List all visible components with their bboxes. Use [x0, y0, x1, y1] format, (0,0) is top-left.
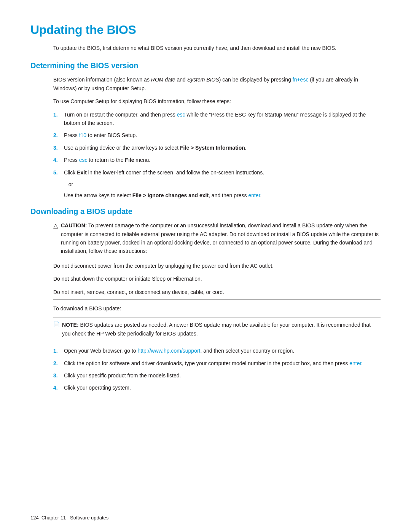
section1-content: BIOS version information (also known as …: [53, 75, 381, 200]
note-text: NOTE: BIOS updates are posted as needed.…: [62, 321, 381, 338]
para1-end: ) can be displayed by pressing: [219, 77, 293, 83]
caution-icon: △: [53, 222, 58, 229]
download-step-4: 4. Click your operating system.: [53, 383, 381, 392]
or-use-text: Use the arrow keys to select File > Igno…: [64, 191, 381, 200]
note-icon: 📄: [53, 321, 60, 327]
download-step-4-content: Click your operating system.: [64, 383, 381, 392]
download-step-2-content: Click the option for software and driver…: [64, 359, 381, 367]
para1-italic2: System BIOS: [187, 77, 219, 83]
esc-link-step4: esc: [79, 157, 88, 163]
section1-steps: 1. Turn on or restart the computer, and …: [53, 110, 381, 177]
download-step-3: 3. Click your specific product from the …: [53, 371, 381, 380]
step-2-num: 2.: [53, 131, 64, 139]
intro-text: To update the BIOS, first determine what…: [53, 45, 336, 51]
step-1: 1. Turn on or restart the computer, and …: [53, 110, 381, 128]
or-divider: – or –: [64, 181, 381, 187]
esc-link-step1: esc: [177, 112, 185, 118]
para-insert: Do not insert, remove, connect, or disco…: [53, 288, 381, 300]
para1-mid: and: [175, 77, 187, 83]
download-step-3-content: Click your specific product from the mod…: [64, 371, 381, 380]
para1-italic1: ROM date: [151, 77, 175, 83]
file-ignore-bold: File > Ignore changes and exit: [132, 192, 209, 198]
step-5: 5. Click Exit in the lower-left corner o…: [53, 168, 381, 177]
download-step-2-num: 2.: [53, 359, 64, 367]
file-system-info-bold: File > System Information: [180, 145, 245, 151]
download-step-4-num: 4.: [53, 383, 64, 392]
page-footer: 124 Chapter 11 Software updates: [30, 515, 108, 521]
step-1-content: Turn on or restart the computer, and the…: [64, 110, 381, 128]
exit-bold: Exit: [77, 169, 87, 176]
step-3-content: Use a pointing device or the arrow keys …: [64, 144, 381, 152]
step-3: 3. Use a pointing device or the arrow ke…: [53, 144, 381, 152]
intro-paragraph: To update the BIOS, first determine what…: [53, 44, 381, 52]
step-5-num: 5.: [53, 168, 64, 177]
section2-title: Downloading a BIOS update: [30, 207, 381, 216]
caution-body: To prevent damage to the computer or an …: [61, 222, 379, 254]
step-3-num: 3.: [53, 144, 64, 152]
footer-chapter: Chapter 11: [41, 515, 66, 521]
file-bold-step4: File: [125, 157, 134, 163]
step-4-content: Press esc to return to the File menu.: [64, 156, 381, 164]
section1-title: Determining the BIOS version: [30, 61, 381, 70]
step-1-num: 1.: [53, 110, 64, 128]
download-step-3-num: 3.: [53, 371, 64, 380]
para1-start: BIOS version information (also known as: [53, 77, 151, 83]
caution-label: CAUTION:: [61, 222, 87, 228]
page-container: Updating the BIOS To update the BIOS, fi…: [0, 0, 411, 427]
section1-para2: To use Computer Setup for displaying BIO…: [53, 97, 381, 105]
para-shutdown: Do not shut down the computer or initiat…: [53, 275, 381, 283]
download-step-1-num: 1.: [53, 347, 64, 355]
enter-link-or: enter: [248, 192, 260, 198]
fn-esc-link: fn+esc: [293, 77, 309, 83]
step-2-content: Press f10 to enter BIOS Setup.: [64, 131, 381, 139]
note-body: BIOS updates are posted as needed. A new…: [62, 322, 371, 336]
step-4-num: 4.: [53, 156, 64, 164]
download-step-1-content: Open your Web browser, go to http://www.…: [64, 347, 381, 355]
hp-support-link[interactable]: http://www.hp.com/support: [138, 348, 201, 354]
page-title: Updating the BIOS: [30, 23, 381, 37]
step-2: 2. Press f10 to enter BIOS Setup.: [53, 131, 381, 139]
footer-section: Software updates: [70, 515, 108, 521]
enter-link-step2: enter: [349, 360, 361, 366]
caution-box: △ CAUTION: To prevent damage to the comp…: [53, 221, 381, 256]
section2-container: Downloading a BIOS update △ CAUTION: To …: [30, 207, 381, 392]
note-label: NOTE:: [62, 322, 79, 328]
caution-text: CAUTION: To prevent damage to the comput…: [61, 221, 381, 256]
para-download-intro: To download a BIOS update:: [53, 304, 381, 313]
download-step-2: 2. Click the option for software and dri…: [53, 359, 381, 367]
note-box: 📄 NOTE: BIOS updates are posted as neede…: [53, 317, 381, 341]
section1-para1: BIOS version information (also known as …: [53, 75, 381, 93]
footer-page-num: 124: [30, 515, 39, 521]
step-5-content: Click Exit in the lower-left corner of t…: [64, 168, 381, 177]
download-steps: 1. Open your Web browser, go to http://w…: [53, 347, 381, 392]
download-step-1: 1. Open your Web browser, go to http://w…: [53, 347, 381, 355]
section2-content: △ CAUTION: To prevent damage to the comp…: [53, 221, 381, 392]
f10-link: f10: [79, 132, 86, 138]
step-4: 4. Press esc to return to the File menu.: [53, 156, 381, 164]
para-disconnect: Do not disconnect power from the compute…: [53, 262, 381, 270]
